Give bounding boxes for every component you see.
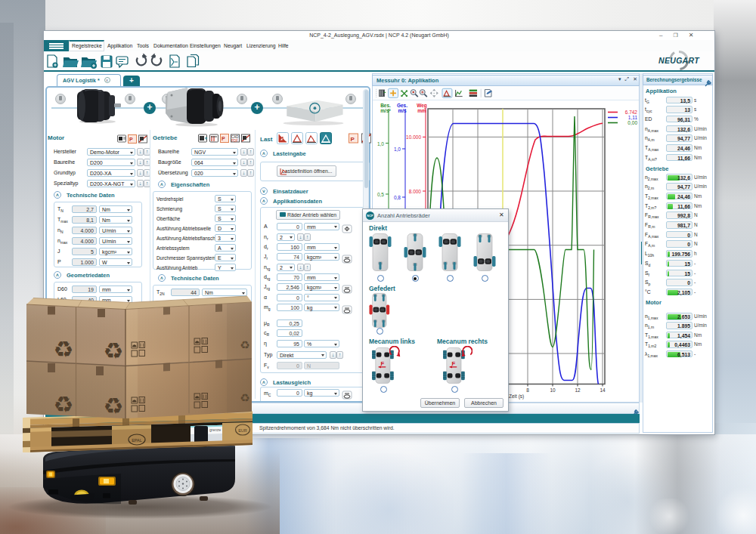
svg-text:8.000: 8.000 — [409, 189, 422, 194]
svg-text:♻: ♻ — [240, 338, 249, 351]
svg-text:EUR: EUR — [238, 428, 247, 433]
svg-text:P: P — [222, 136, 225, 141]
svg-text:♻: ♻ — [104, 394, 124, 418]
svg-text:0,5: 0,5 — [377, 192, 384, 197]
svg-text:♻: ♻ — [104, 338, 124, 363]
svg-text:F: F — [381, 360, 385, 367]
svg-text:12: 12 — [575, 387, 581, 393]
svg-text:14: 14 — [600, 387, 606, 393]
svg-text:10.000: 10.000 — [406, 134, 421, 140]
svg-text:♻: ♻ — [54, 337, 74, 362]
svg-text:0,00: 0,00 — [627, 120, 637, 125]
svg-text:P: P — [129, 137, 133, 142]
svg-text:8: 8 — [526, 387, 529, 393]
svg-text:PDF: PDF — [231, 139, 238, 143]
svg-text:NEUGART: NEUGART — [658, 56, 700, 65]
svg-text:F: F — [452, 360, 456, 367]
svg-text:EPAL: EPAL — [132, 438, 142, 443]
svg-text:6.742: 6.742 — [625, 110, 638, 115]
svg-text:10: 10 — [550, 387, 556, 393]
svg-text:Zeit (s): Zeit (s) — [509, 394, 524, 400]
svg-text:1,11: 1,11 — [628, 115, 638, 120]
svg-text:1,0: 1,0 — [394, 147, 401, 152]
svg-text:grenze: grenze — [209, 428, 222, 432]
svg-text:♻: ♻ — [240, 391, 249, 404]
svg-text:♻: ♻ — [54, 392, 74, 417]
svg-text:1,0: 1,0 — [377, 141, 384, 147]
svg-text:0,8: 0,8 — [394, 195, 401, 200]
svg-text:P: P — [351, 136, 355, 143]
